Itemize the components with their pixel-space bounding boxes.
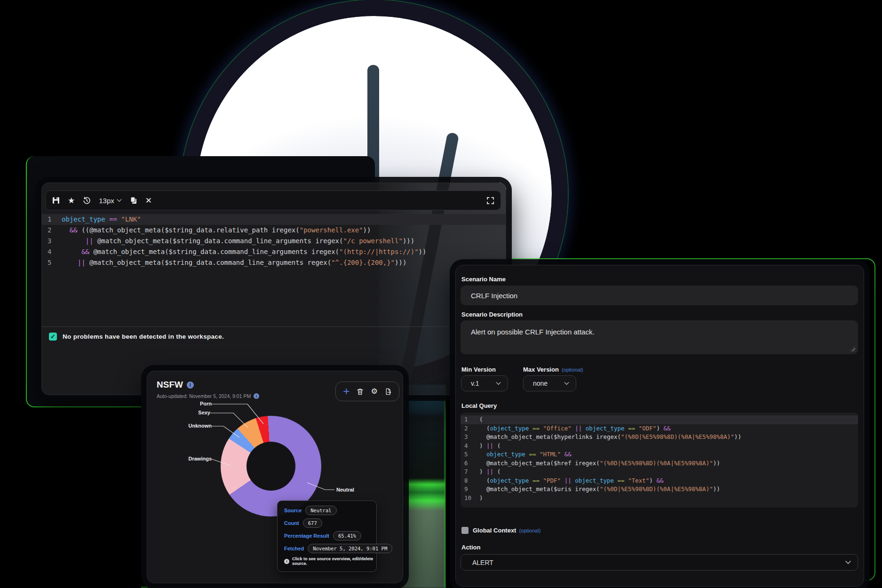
code-line[interactable]: 2 && ((@match_object_meta($string_data.r… bbox=[42, 225, 506, 236]
local-query-label: Local Query bbox=[461, 402, 497, 409]
page: ★ 13px ✕ 1object_type == "LNK"2 && ((@ma… bbox=[0, 0, 882, 588]
line-number: 3 bbox=[42, 236, 60, 246]
trash-icon[interactable] bbox=[357, 388, 364, 395]
tooltip-count-label: Count bbox=[284, 520, 299, 526]
global-context-checkbox[interactable] bbox=[461, 527, 469, 534]
scenario-description-textarea[interactable]: Alert on possible CRLF Injection attack. bbox=[461, 320, 858, 354]
code-line[interactable]: 5 || @match_object_meta($string_data.com… bbox=[42, 257, 506, 268]
slice-label-sexy: Sexy bbox=[198, 410, 210, 415]
line-number: 4 bbox=[461, 442, 475, 451]
green-outline-nsfw-panel bbox=[141, 587, 390, 588]
editor-toolbar: ★ 13px ✕ bbox=[45, 191, 501, 210]
query-editor-panel: ★ 13px ✕ 1object_type == "LNK"2 && ((@ma… bbox=[41, 183, 506, 395]
code-line[interactable]: 1( bbox=[461, 415, 858, 424]
slice-label-neutral: Neutral bbox=[336, 487, 354, 493]
line-number: 8 bbox=[461, 477, 475, 485]
max-version-label: Max Version (optional) bbox=[523, 366, 583, 373]
code-line[interactable]: 7) || ( bbox=[461, 468, 858, 477]
max-version-value: none bbox=[533, 380, 548, 387]
slice-label-porn: Porn bbox=[200, 401, 212, 406]
line-number: 7 bbox=[461, 468, 475, 477]
line-number: 4 bbox=[42, 246, 60, 257]
chevron-down-icon bbox=[117, 199, 122, 202]
no-problems-checkbox[interactable]: ✓ bbox=[49, 333, 57, 341]
action-value: ALERT bbox=[472, 559, 493, 566]
tooltip-percent-value: 65.41% bbox=[333, 531, 361, 540]
line-number: 9 bbox=[461, 485, 475, 494]
tooltip-footer-text: Click to see source overview, edit/delet… bbox=[292, 556, 376, 566]
min-version-select[interactable]: v.1 bbox=[461, 375, 508, 391]
chart-auto-updated: Auto-updated: November 5, 2024, 9:01 PM bbox=[157, 393, 251, 399]
font-size-value: 13px bbox=[99, 197, 114, 205]
tooltip-percent-label: Percentage Result bbox=[284, 533, 329, 539]
history-icon[interactable] bbox=[83, 197, 91, 205]
slice-label-unknown: Unknown bbox=[189, 423, 212, 429]
scenario-name-value: CRLF Injection bbox=[471, 292, 517, 300]
chevron-down-icon bbox=[564, 382, 569, 385]
line-number: 3 bbox=[461, 433, 475, 442]
code-line[interactable]: 4 && @match_object_meta($string_data.com… bbox=[42, 246, 506, 257]
chevron-down-icon bbox=[845, 561, 851, 564]
scenario-name-input[interactable]: CRLF Injection bbox=[461, 286, 858, 305]
code-line[interactable]: 5 object_type == "HTML" && bbox=[461, 450, 858, 459]
code-line[interactable]: 6 @match_object_meta($href iregex("(%0D|… bbox=[461, 459, 858, 468]
max-version-select[interactable]: none bbox=[523, 375, 576, 391]
save-icon[interactable] bbox=[52, 197, 60, 204]
font-size-dropdown[interactable]: 13px bbox=[99, 197, 122, 205]
scenario-form-panel: Scenario Name CRLF Injection Scenario De… bbox=[455, 265, 864, 587]
no-problems-text: No problems have been detected in the wo… bbox=[63, 333, 224, 340]
line-number: 10 bbox=[461, 494, 475, 503]
line-number: 5 bbox=[461, 450, 475, 459]
code-line[interactable]: 10) bbox=[461, 494, 858, 503]
slice-label-drawings: Drawings bbox=[188, 456, 212, 461]
info-icon[interactable]: i bbox=[187, 381, 194, 389]
green-glow-strip bbox=[400, 385, 445, 588]
chart-actions-group: + ⚙ bbox=[335, 381, 399, 401]
close-icon[interactable]: ✕ bbox=[145, 197, 152, 205]
global-context-label: Global Context (optional) bbox=[473, 527, 540, 534]
export-icon[interactable] bbox=[385, 388, 392, 395]
line-number: 2 bbox=[42, 225, 60, 236]
code-line[interactable]: 2 (object_type == "Office" || object_typ… bbox=[461, 424, 858, 433]
action-label: Action bbox=[461, 544, 480, 551]
scenario-name-label: Scenario Name bbox=[461, 276, 506, 283]
tooltip-fetched-value: November 5, 2024, 9:01 PM bbox=[308, 544, 392, 553]
gear-icon[interactable]: ⚙ bbox=[371, 388, 377, 395]
line-number: 6 bbox=[461, 459, 475, 468]
code-editor[interactable]: 1object_type == "LNK"2 && ((@match_objec… bbox=[42, 214, 506, 268]
problems-status-row: ✓ No problems have been detected in the … bbox=[49, 333, 224, 341]
min-version-value: v.1 bbox=[471, 380, 479, 387]
global-context-row: Global Context (optional) bbox=[461, 527, 540, 534]
nsfw-chart-panel: NSFW i Auto-updated: November 5, 2024, 9… bbox=[147, 371, 403, 583]
scenario-description-label: Scenario Description bbox=[461, 311, 523, 318]
fullscreen-icon[interactable] bbox=[487, 197, 494, 204]
chevron-down-icon bbox=[496, 382, 501, 385]
info-icon[interactable]: i bbox=[254, 393, 259, 399]
local-query-editor[interactable]: 1(2 (object_type == "Office" || object_t… bbox=[461, 413, 858, 508]
scenario-description-value: Alert on possible CRLF Injection attack. bbox=[471, 328, 595, 336]
min-version-label: Min Version bbox=[461, 366, 496, 373]
code-line[interactable]: 3 @match_object_meta($hyperlinks iregex(… bbox=[461, 433, 858, 442]
resize-grip-icon[interactable] bbox=[850, 346, 855, 351]
add-source-button[interactable]: + bbox=[343, 386, 350, 397]
code-line[interactable]: 9 @match_object_meta($uris iregex("(%0D|… bbox=[461, 485, 858, 494]
action-select[interactable]: ALERT bbox=[461, 554, 858, 571]
line-number: 1 bbox=[42, 214, 60, 225]
line-number: 5 bbox=[42, 257, 60, 268]
code-line[interactable]: 4) || ( bbox=[461, 442, 858, 451]
info-icon: i bbox=[284, 559, 289, 564]
chart-tooltip[interactable]: Source Neutral Count 677 Percentage Resu… bbox=[277, 501, 377, 572]
tooltip-source-value: Neutral bbox=[305, 506, 336, 515]
line-number: 2 bbox=[461, 424, 475, 433]
star-icon[interactable]: ★ bbox=[68, 197, 75, 205]
code-line[interactable]: 1object_type == "LNK" bbox=[42, 214, 506, 225]
tooltip-source-label: Source bbox=[284, 508, 302, 513]
tooltip-count-value: 677 bbox=[303, 518, 322, 528]
tooltip-fetched-label: Fetched bbox=[284, 546, 304, 551]
copy-icon[interactable] bbox=[130, 197, 137, 204]
line-number: 1 bbox=[461, 415, 475, 424]
editor-divider bbox=[42, 326, 506, 327]
code-line[interactable]: 3 || @match_object_meta($string_data.com… bbox=[42, 236, 506, 246]
code-line[interactable]: 8 (object_type == "PDF" || object_type =… bbox=[461, 477, 858, 485]
chart-title: NSFW bbox=[157, 380, 183, 390]
